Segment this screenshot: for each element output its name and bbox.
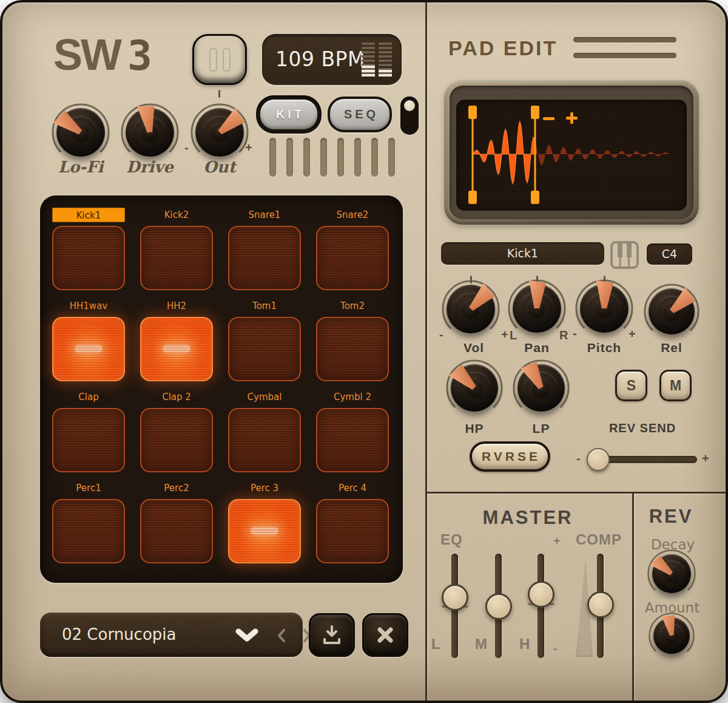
- solo-button[interactable]: S: [615, 370, 647, 401]
- pause-button[interactable]: [192, 34, 247, 85]
- preset-selector[interactable]: 02 Cornucopia: [40, 613, 303, 657]
- panel-divider-vertical: [425, 2, 427, 701]
- pad-perc1[interactable]: [52, 499, 125, 563]
- sample-name-field[interactable]: Kick1: [441, 242, 604, 265]
- delete-preset-button[interactable]: [362, 613, 408, 657]
- pan-right-label: R: [559, 328, 568, 342]
- pan-label: Pan: [524, 341, 550, 355]
- pad-clap[interactable]: [52, 408, 125, 472]
- eq-mid-slider-thumb[interactable]: [485, 593, 512, 620]
- mode-toggle[interactable]: [400, 97, 419, 135]
- rel-knob[interactable]: [649, 288, 695, 335]
- pad-label[interactable]: HH2: [140, 299, 213, 313]
- lofi-label: Lo-Fi: [58, 158, 104, 176]
- pad-label[interactable]: Perc 3: [228, 481, 301, 495]
- pad-perc-4[interactable]: [316, 499, 389, 563]
- pad-kick1[interactable]: [52, 226, 125, 290]
- pad-perc-3[interactable]: [228, 499, 301, 563]
- pad-label[interactable]: Tom2: [316, 299, 389, 313]
- menu-icon[interactable]: [573, 37, 676, 42]
- pad-cell: Perc1: [52, 481, 125, 563]
- pitch-min-label: -: [573, 327, 577, 341]
- rev-send-slider-thumb[interactable]: [587, 448, 610, 471]
- zoom-in-icon[interactable]: [566, 112, 578, 124]
- vol-label: Vol: [463, 341, 484, 355]
- drive-knob[interactable]: [126, 108, 174, 157]
- pitch-knob[interactable]: [580, 284, 629, 333]
- eq-high-band-label: H: [519, 636, 530, 653]
- out-min-label: -: [184, 141, 189, 155]
- out-knob[interactable]: [195, 108, 244, 157]
- bpm-display[interactable]: 109 BPM: [262, 34, 402, 85]
- app-logo: SW3: [53, 32, 150, 79]
- waveform-display[interactable]: [456, 100, 687, 211]
- pad-hh1wav[interactable]: [52, 317, 125, 381]
- pad-label[interactable]: Tom1: [228, 299, 301, 313]
- pad-cell: Snare2: [316, 208, 389, 290]
- start-marker[interactable]: [468, 106, 477, 204]
- reverse-button[interactable]: RVRSE: [470, 441, 550, 472]
- eq-high-slider-thumb[interactable]: [528, 581, 554, 608]
- pad-label[interactable]: Snare2: [316, 208, 389, 222]
- pad-label[interactable]: Perc 4: [316, 481, 389, 495]
- comp-slider-thumb[interactable]: [587, 591, 614, 618]
- bpm-value: 109 BPM: [275, 47, 365, 71]
- pad-tom1[interactable]: [228, 317, 301, 381]
- note-selector[interactable]: C4: [647, 243, 692, 265]
- pause-icon: [211, 49, 216, 70]
- kit-button[interactable]: KIT: [260, 100, 317, 129]
- drum-machine-app: SW3 109 BPM - + Lo-Fi Drive Out KIT SEQ: [0, 0, 728, 703]
- pad-label[interactable]: Clap: [52, 390, 125, 404]
- decay-knob[interactable]: [652, 554, 691, 593]
- lp-knob[interactable]: [517, 364, 565, 412]
- toggle-dot: [404, 100, 415, 111]
- pad-clap-2[interactable]: [140, 408, 213, 472]
- amount-knob[interactable]: [653, 617, 690, 654]
- pad-snare1[interactable]: [228, 226, 301, 290]
- waveform-selection: [473, 121, 670, 183]
- pad-label[interactable]: Perc1: [52, 481, 125, 495]
- pad-label[interactable]: Cymbl 2: [316, 390, 389, 404]
- zoom-out-icon[interactable]: [543, 117, 554, 120]
- pad-label[interactable]: Snare1: [228, 208, 301, 222]
- seq-button[interactable]: SEQ: [328, 97, 392, 132]
- pad-label[interactable]: Clap 2: [140, 390, 213, 404]
- out-knob-tick: [218, 90, 220, 98]
- comp-label: COMP: [576, 531, 622, 548]
- mute-button[interactable]: M: [659, 370, 692, 401]
- pad-label[interactable]: Perc2: [140, 481, 213, 495]
- pad-tom2[interactable]: [316, 317, 389, 381]
- out-max-label: +: [245, 141, 252, 155]
- save-preset-button[interactable]: [309, 613, 355, 657]
- pad-cell: Perc2: [140, 481, 213, 563]
- send-max-label: +: [702, 452, 709, 466]
- menu-icon[interactable]: [573, 53, 676, 58]
- end-marker[interactable]: [531, 106, 539, 204]
- chevron-down-icon[interactable]: [235, 628, 258, 643]
- pad-cymbl-2[interactable]: [316, 408, 389, 472]
- pad-snare2[interactable]: [316, 226, 389, 290]
- master-title: MASTER: [483, 507, 573, 529]
- pad-cymbal[interactable]: [228, 408, 301, 472]
- pad-cell: Snare1: [228, 208, 301, 290]
- keyboard-icon[interactable]: [610, 240, 639, 270]
- pad-label[interactable]: Cymbal: [228, 390, 301, 404]
- pad-cell: Cymbal: [228, 390, 301, 472]
- pad-kick2[interactable]: [140, 226, 213, 290]
- pad-label[interactable]: Kick2: [140, 208, 213, 222]
- hp-knob[interactable]: [451, 364, 498, 412]
- vol-max-label: +: [501, 328, 508, 342]
- vol-knob[interactable]: [447, 285, 495, 333]
- pad-label[interactable]: HH1wav: [52, 299, 125, 313]
- pad-perc2[interactable]: [140, 499, 213, 563]
- lofi-knob[interactable]: [56, 108, 105, 157]
- waveform-svg[interactable]: [456, 100, 687, 211]
- pan-left-label: L: [510, 328, 517, 342]
- pad-cell: Kick1: [52, 208, 125, 290]
- eq-low-slider-thumb[interactable]: [442, 584, 468, 611]
- pad-hh2[interactable]: [140, 317, 213, 381]
- pad-label[interactable]: Kick1: [52, 208, 125, 222]
- vol-min-label: -: [439, 328, 443, 342]
- prev-preset-icon[interactable]: [277, 629, 286, 642]
- pan-knob[interactable]: [513, 284, 561, 333]
